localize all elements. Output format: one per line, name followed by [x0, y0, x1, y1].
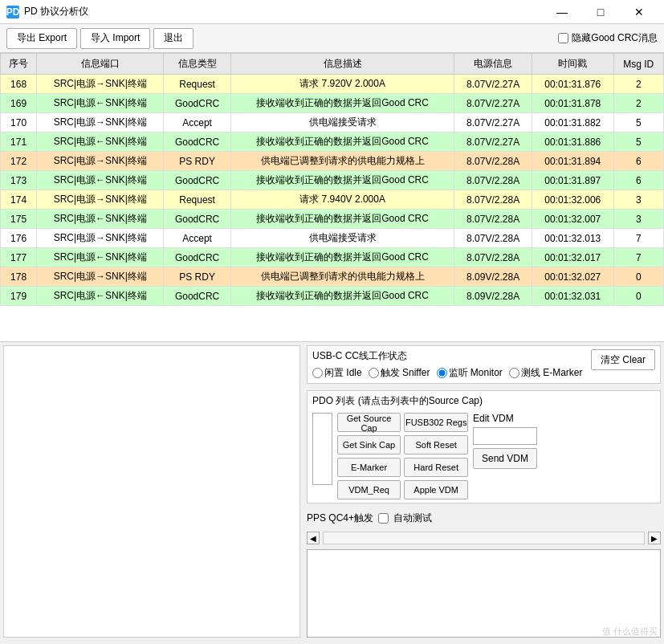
pdo-btn-row-2: Get Sink Cap Soft Reset — [337, 435, 468, 454]
exit-button[interactable]: 退出 — [153, 28, 193, 49]
cell-type: GoodCRC — [164, 171, 231, 190]
table-row[interactable]: 169 SRC|电源←SNK|终端 GoodCRC 接收端收到正确的数据并返回G… — [1, 94, 664, 113]
cell-msgid: 6 — [613, 171, 663, 190]
col-header-time: 时间戳 — [532, 54, 613, 75]
mode-emarker-text: 测线 E-Marker — [521, 366, 583, 380]
mode-sniffer-label[interactable]: 触发 Sniffer — [369, 366, 430, 380]
cell-time: 00:01:32.027 — [532, 267, 613, 287]
apple-vdm-button[interactable]: Apple VDM — [404, 480, 468, 499]
table-row[interactable]: 174 SRC|电源→SNK|终端 Request 请求 7.940V 2.00… — [1, 190, 664, 210]
scroll-track[interactable] — [323, 532, 645, 544]
mode-monitor-radio[interactable] — [437, 368, 447, 378]
cell-power: 8.07V/2.28A — [454, 210, 532, 229]
minimize-button[interactable]: — — [544, 0, 580, 24]
scroll-right-arrow[interactable]: ▶ — [648, 532, 661, 544]
maximize-button[interactable]: □ — [582, 0, 619, 24]
hard-reset-button[interactable]: Hard Reset — [404, 458, 468, 477]
col-header-id: 序号 — [1, 54, 37, 75]
cell-desc: 接收端收到正确的数据并返回Good CRC — [230, 287, 454, 306]
pps-label: PPS QC4+触发 — [307, 512, 373, 525]
table-row[interactable]: 179 SRC|电源←SNK|终端 GoodCRC 接收端收到正确的数据并返回G… — [1, 287, 664, 306]
cell-msgid: 5 — [613, 132, 663, 152]
cell-desc: 供电端接受请求 — [230, 113, 454, 132]
auto-test-label[interactable]: 自动测试 — [393, 512, 432, 525]
cell-type: Request — [164, 75, 231, 94]
get-source-cap-button[interactable]: Get Source Cap — [337, 413, 401, 432]
e-marker-button[interactable]: E-Marker — [337, 458, 401, 477]
get-sink-cap-button[interactable]: Get Sink Cap — [337, 435, 401, 454]
cell-port: SRC|电源→SNK|终端 — [37, 75, 164, 94]
col-header-port: 信息端口 — [37, 54, 164, 75]
mode-emarker-radio[interactable] — [509, 368, 519, 378]
data-table: 序号 信息端口 信息类型 信息描述 电源信息 时间戳 Msg ID 168 SR… — [0, 53, 664, 306]
col-header-type: 信息类型 — [164, 54, 231, 75]
cell-id: 169 — [1, 94, 37, 113]
fusb302-regs-button[interactable]: FUSB302 Regs — [404, 413, 468, 432]
pdo-section: PDO 列表 (请点击列表中的Source Cap) Get Source Ca… — [307, 390, 661, 503]
cell-desc: 接收端收到正确的数据并返回Good CRC — [230, 248, 454, 267]
cell-time: 00:01:32.017 — [532, 248, 613, 267]
scroll-left-arrow[interactable]: ◀ — [307, 532, 320, 544]
mode-sniffer-radio[interactable] — [369, 368, 379, 378]
table-row[interactable]: 177 SRC|电源←SNK|终端 GoodCRC 接收端收到正确的数据并返回G… — [1, 248, 664, 267]
cell-desc: 供电端接受请求 — [230, 229, 454, 248]
cc-status-section: USB-C CC线工作状态 闲置 Idle 触发 Sniffer 监听 M — [307, 345, 661, 384]
mode-idle-label[interactable]: 闲置 Idle — [312, 366, 362, 380]
table-row[interactable]: 170 SRC|电源→SNK|终端 Accept 供电端接受请求 8.07V/2… — [1, 113, 664, 132]
cell-desc: 接收端收到正确的数据并返回Good CRC — [230, 94, 454, 113]
cell-msgid: 7 — [613, 248, 663, 267]
cell-type: GoodCRC — [164, 132, 231, 152]
table-row[interactable]: 168 SRC|电源→SNK|终端 Request 请求 7.920V 2.00… — [1, 75, 664, 94]
table-row[interactable]: 175 SRC|电源←SNK|终端 GoodCRC 接收端收到正确的数据并返回G… — [1, 210, 664, 229]
pdo-list[interactable] — [312, 413, 332, 485]
hide-crc-label[interactable]: 隐藏Good CRC消息 — [572, 31, 658, 45]
table-row[interactable]: 173 SRC|电源←SNK|终端 GoodCRC 接收端收到正确的数据并返回G… — [1, 171, 664, 190]
cell-type: Accept — [164, 229, 231, 248]
cell-time: 00:01:31.882 — [532, 113, 613, 132]
cell-time: 00:01:32.013 — [532, 229, 613, 248]
title-bar: PD PD 协议分析仪 — □ ✕ — [0, 0, 664, 24]
cell-type: Accept — [164, 113, 231, 132]
auto-test-checkbox[interactable] — [378, 513, 389, 524]
cell-msgid: 0 — [613, 267, 663, 287]
table-row[interactable]: 172 SRC|电源→SNK|终端 PS RDY 供电端已调整到请求的供电能力规… — [1, 152, 664, 171]
left-panel — [3, 345, 300, 638]
cell-id: 178 — [1, 267, 37, 287]
pps-section: PPS QC4+触发 自动测试 — [307, 510, 661, 527]
right-panel: USB-C CC线工作状态 闲置 Idle 触发 Sniffer 监听 M — [303, 342, 664, 641]
cc-status-main: USB-C CC线工作状态 闲置 Idle 触发 Sniffer 监听 M — [312, 349, 588, 380]
col-header-power: 电源信息 — [454, 54, 532, 75]
cell-port: SRC|电源←SNK|终端 — [37, 248, 164, 267]
import-button[interactable]: 导入 Import — [80, 28, 150, 49]
data-table-container[interactable]: 序号 信息端口 信息类型 信息描述 电源信息 时间戳 Msg ID 168 SR… — [0, 53, 664, 342]
table-row[interactable]: 178 SRC|电源→SNK|终端 PS RDY 供电端已调整到请求的供电能力规… — [1, 267, 664, 287]
soft-reset-button[interactable]: Soft Reset — [404, 435, 468, 454]
mode-emarker-label[interactable]: 测线 E-Marker — [509, 366, 583, 380]
cell-power: 8.07V/2.27A — [454, 113, 532, 132]
text-input[interactable] — [307, 549, 661, 638]
table-row[interactable]: 171 SRC|电源←SNK|终端 GoodCRC 接收端收到正确的数据并返回G… — [1, 132, 664, 152]
hide-crc-checkbox[interactable] — [558, 33, 568, 43]
cell-msgid: 2 — [613, 94, 663, 113]
edit-vdm-input[interactable] — [473, 427, 537, 445]
cell-port: SRC|电源←SNK|终端 — [37, 171, 164, 190]
send-vdm-button[interactable]: Send VDM — [473, 448, 537, 469]
cell-power: 8.07V/2.28A — [454, 171, 532, 190]
close-button[interactable]: ✕ — [621, 0, 658, 24]
table-row[interactable]: 176 SRC|电源→SNK|终端 Accept 供电端接受请求 8.07V/2… — [1, 229, 664, 248]
cell-desc: 接收端收到正确的数据并返回Good CRC — [230, 210, 454, 229]
pdo-btn-row-1: Get Source Cap FUSB302 Regs — [337, 413, 468, 432]
cell-type: PS RDY — [164, 267, 231, 287]
col-header-desc: 信息描述 — [230, 54, 454, 75]
cell-power: 8.07V/2.28A — [454, 190, 532, 210]
mode-idle-radio[interactable] — [312, 368, 323, 378]
mode-monitor-label[interactable]: 监听 Monitor — [437, 366, 503, 380]
cell-desc: 供电端已调整到请求的供电能力规格上 — [230, 267, 454, 287]
clear-button[interactable]: 清空 Clear — [591, 349, 655, 370]
export-button[interactable]: 导出 Export — [6, 28, 77, 49]
cell-power: 8.07V/2.27A — [454, 132, 532, 152]
col-header-msgid: Msg ID — [613, 54, 663, 75]
cc-status-title: USB-C CC线工作状态 — [312, 349, 588, 363]
cell-type: Request — [164, 190, 231, 210]
vdm-req-button[interactable]: VDM_Req — [337, 480, 401, 499]
